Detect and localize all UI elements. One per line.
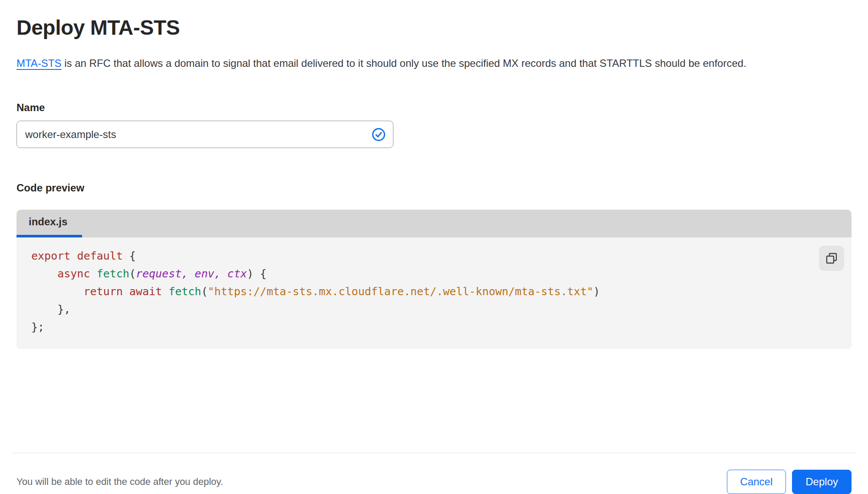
name-label: Name [17, 102, 851, 114]
check-circle-icon [372, 128, 386, 142]
code-line: async fetch(request, env, ctx) { [31, 265, 821, 283]
description-rest: is an RFC that allows a domain to signal… [62, 57, 746, 69]
spacer [17, 349, 851, 453]
copy-icon [825, 252, 838, 264]
tab-index-js[interactable]: index.js [17, 210, 82, 237]
code-tabbar: index.js [17, 210, 851, 237]
code-preview-card: index.js export default { async fetch(re… [17, 210, 851, 349]
code-content: export default { async fetch(request, en… [31, 247, 821, 336]
code-area: export default { async fetch(request, en… [17, 237, 851, 349]
footer-actions: Cancel Deploy [727, 470, 851, 494]
deploy-mta-sts-page: Deploy MTA-STS MTA-STS is an RFC that al… [0, 0, 868, 494]
code-line: return await fetch("https://mta-sts.mx.c… [31, 283, 821, 300]
description-text: MTA-STS is an RFC that allows a domain t… [17, 53, 839, 73]
deploy-button[interactable]: Deploy [792, 470, 851, 494]
code-preview-label: Code preview [17, 182, 851, 194]
mta-sts-link[interactable]: MTA-STS [17, 57, 62, 69]
tab-label: index.js [29, 216, 67, 229]
name-input[interactable] [17, 121, 393, 148]
cancel-button[interactable]: Cancel [727, 470, 786, 494]
name-input-wrap [17, 121, 393, 148]
footer: You will be able to edit the code after … [17, 453, 851, 494]
page-title: Deploy MTA-STS [17, 16, 851, 40]
code-line: export default { [31, 247, 821, 265]
footer-note: You will be able to edit the code after … [17, 476, 223, 487]
copy-code-button[interactable] [819, 246, 844, 271]
code-line: }; [31, 318, 821, 336]
code-line: }, [31, 300, 821, 318]
